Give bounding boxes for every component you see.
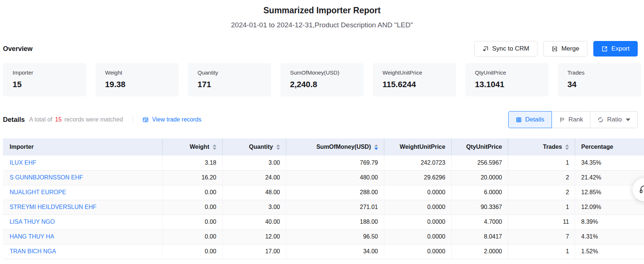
importer-link[interactable]: STREYMI HEILDVERSLUN EHF [10,204,97,210]
cell-trades: 7 [508,229,575,244]
cell-importer: STREYMI HEILDVERSLUN EHF [3,200,162,215]
cell-weight: 3.18 [162,155,222,170]
importer-table: Importer Weight Quantity SumOfMoney(USD)… [3,138,644,259]
column-header-qty-unit-price: QtyUnitPrice [451,138,508,155]
match-summary: A total of 15 records were matched [29,116,123,123]
stat-card: SumOfMoney(USD) 2,240.8 [280,63,364,96]
cell-trades: 1 [508,200,575,215]
stat-card: Quantity 171 [188,63,271,96]
cell-importer: NUALIGHT EUROPE [3,185,162,200]
column-header-weight[interactable]: Weight [162,138,222,155]
cell-importer: S GUNNBJORNSSON EHF [3,170,162,185]
divider [132,116,133,123]
stat-card-label: QtyUnitPrice [475,69,539,76]
cell-qty-unit-price: 4.7000 [451,215,508,229]
merge-label: Merge [562,45,579,52]
cell-percentage: 12.09% [575,200,644,215]
match-summary-suffix: records were matched [64,116,123,123]
cell-sum-of-money: 34.00 [286,244,384,259]
sort-icon[interactable] [276,144,280,150]
overview-cards: Importer 15 Weight 19.38 Quantity 171 Su… [3,63,641,96]
importer-link[interactable]: TRAN BICH NGA [10,248,56,254]
page-title: Summarized Importer Report [0,0,644,16]
sort-icon-active-desc[interactable] [374,144,378,150]
cell-weight-unit-price: 0.0000 [384,244,451,259]
importer-link[interactable]: ILUX EHF [10,160,36,166]
export-button[interactable]: Export [593,41,638,56]
column-header-weight-unit-price: WeightUnitPrice [384,138,451,155]
importer-link[interactable]: HANG THUY HA [10,233,54,240]
cell-qty-unit-price: 2.0000 [451,244,508,259]
column-header-quantity[interactable]: Quantity [222,138,286,155]
cell-trades: 1 [508,244,575,259]
cell-trades: 2 [508,185,575,200]
cell-percentage: 34.35% [575,155,644,170]
view-trade-records-link[interactable]: View trade records [142,116,201,123]
cell-percentage: 1.52% [575,244,644,259]
match-count: 15 [54,116,63,123]
importer-link[interactable]: NUALIGHT EUROPE [10,189,66,195]
stat-card-label: Trades [567,69,631,76]
cell-weight-unit-price: 242.0723 [384,155,451,170]
stat-card-label: WeightUnitPrice [382,69,446,76]
table-row: STREYMI HEILDVERSLUN EHF 0.00 3.00 271.0… [3,200,644,215]
tab-ratio[interactable]: Ratio [590,111,638,128]
column-header-percentage: Percentage [575,138,644,155]
cell-percentage: 8.39% [575,215,644,229]
merge-button[interactable]: Merge [543,41,587,56]
view-switcher: Details Rank Ratio [508,111,638,128]
table-row: ILUX EHF 3.18 3.00 769.79 242.0723 256.5… [3,155,644,170]
export-label: Export [611,45,630,52]
cell-weight-unit-price: 0.0000 [384,215,451,229]
caret-down-icon [626,119,630,121]
cell-qty-unit-price: 8.0417 [451,229,508,244]
stat-card-value: 34 [567,80,631,89]
cell-importer: LISA THUY NGO [3,215,162,229]
table-row: TRAN BICH NGA 0.00 17.00 34.00 0.0000 2.… [3,244,644,259]
tab-rank[interactable]: Rank [552,111,591,128]
details-heading: Details [3,116,25,124]
cell-quantity: 24.00 [222,170,286,185]
cell-sum-of-money: 288.00 [286,185,384,200]
stat-card-value: 19.38 [105,80,169,89]
sync-icon [482,46,489,52]
stat-card-label: Quantity [198,69,262,76]
overview-actions: Sync to CRM Merge Export [474,41,638,56]
cell-weight: 0.00 [162,215,222,229]
table-row: LISA THUY NGO 0.00 40.00 188.00 0.0000 4… [3,215,644,229]
circular-arrows-icon [597,117,604,123]
cell-quantity: 12.00 [222,229,286,244]
table-grid-icon [516,117,522,123]
cell-weight: 0.00 [162,244,222,259]
sync-to-crm-button[interactable]: Sync to CRM [474,41,537,56]
cell-weight-unit-price: 0.0000 [384,200,451,215]
column-header-sum-of-money[interactable]: SumOfMoney(USD) [286,138,384,155]
cell-weight: 0.00 [162,200,222,215]
table-row: S GUNNBJORNSSON EHF 16.20 24.00 480.00 2… [3,170,644,185]
sort-icon[interactable] [213,144,216,150]
cell-qty-unit-price: 256.5967 [451,155,508,170]
cell-importer: ILUX EHF [3,155,162,170]
cell-quantity: 40.00 [222,215,286,229]
cell-trades: 2 [508,170,575,185]
overview-bar: Overview Sync to CRM Merge [3,41,638,56]
cell-weight-unit-price: 0.0000 [384,185,451,200]
cell-sum-of-money: 96.50 [286,229,384,244]
cell-importer: TRAN BICH NGA [3,244,162,259]
importer-link[interactable]: S GUNNBJORNSSON EHF [10,174,83,181]
tab-details[interactable]: Details [508,111,552,128]
view-trade-records-label: View trade records [152,116,201,123]
importer-link[interactable]: LISA THUY NGO [10,219,55,225]
stat-card-value: 115.6244 [382,80,446,89]
stat-card: Importer 15 [3,63,86,96]
stat-card: Weight 19.38 [95,63,179,96]
column-header-trades[interactable]: Trades [508,138,575,155]
table-row: NUALIGHT EUROPE 0.00 48.00 288.00 0.0000… [3,185,644,200]
sort-icon[interactable] [565,144,569,150]
cell-sum-of-money: 480.00 [286,170,384,185]
cell-importer: HANG THUY HA [3,229,162,244]
cell-qty-unit-price: 20.0000 [451,170,508,185]
cell-weight-unit-price: 29.6296 [384,170,451,185]
cell-quantity: 48.00 [222,185,286,200]
cell-weight-unit-price: 0.0000 [384,229,451,244]
